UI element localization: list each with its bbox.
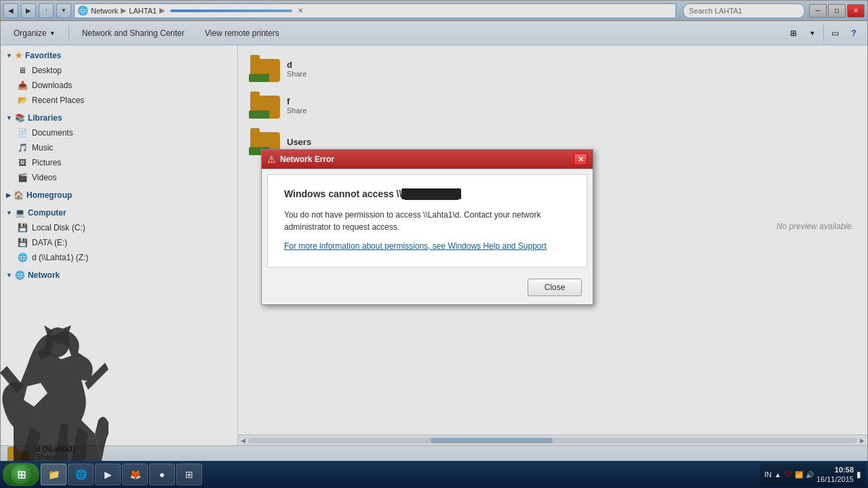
dialog-message: You do not have permission to access \\L… <box>284 209 570 233</box>
error-icon: ⚠ <box>267 154 276 165</box>
dialog-error-title: Windows cannot access \\████████ <box>284 188 570 199</box>
help-link[interactable]: For more information about permissions, … <box>284 241 570 251</box>
dialog-footer: Close <box>262 273 593 304</box>
dialog-title: Network Error <box>280 155 570 164</box>
dialog-close-button[interactable]: Close <box>528 279 582 296</box>
dialog-title-bar: ⚠ Network Error ✕ <box>262 150 593 169</box>
dialog-close-x-button[interactable]: ✕ <box>574 153 587 165</box>
dialog-body: Windows cannot access \\████████ You do … <box>267 174 587 268</box>
error-dialog: ⚠ Network Error ✕ Windows cannot access … <box>261 149 593 305</box>
error-title-text: Windows cannot access \\ <box>284 188 401 199</box>
redacted-path: ████████ <box>401 188 460 199</box>
